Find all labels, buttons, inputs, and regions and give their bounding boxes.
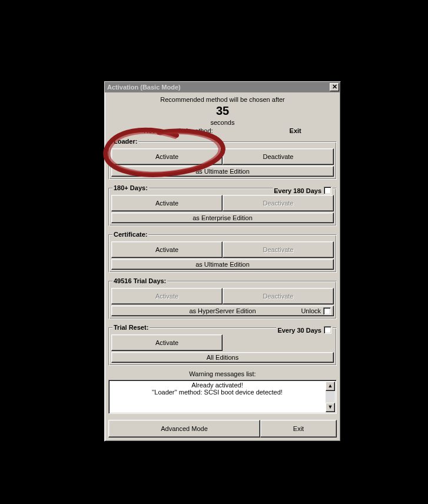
trialdays-unlock-label: Unlock: [301, 306, 321, 316]
days180-legend: 180+ Days:: [112, 184, 149, 191]
recommended-method-label: Recommended method:: [144, 127, 213, 134]
recommended-method-exit: Exit: [290, 127, 301, 134]
activation-window: Activation (Basic Mode) ✕ Recommended me…: [104, 81, 341, 442]
titlebar[interactable]: Activation (Basic Mode) ✕: [105, 82, 340, 92]
certificate-legend: Certificate:: [112, 231, 148, 238]
trialdays-deactivate-button[interactable]: Deactivate: [223, 288, 334, 304]
loader-group: Loader: Activate Deactivate as Ultimate …: [108, 138, 337, 180]
exit-button[interactable]: Exit: [260, 420, 337, 437]
close-icon[interactable]: ✕: [330, 83, 339, 91]
warning-line-2: ''Loader'' method: SCSI boot device dete…: [110, 389, 324, 396]
loader-deactivate-button[interactable]: Deactivate: [223, 148, 334, 165]
certificate-deactivate-button[interactable]: Deactivate: [223, 241, 334, 258]
warning-line-1: Already activated!: [110, 382, 324, 389]
scroll-up-icon[interactable]: ▲: [326, 382, 335, 391]
certificate-status[interactable]: as Ultimate Edition: [111, 259, 334, 270]
client-area: Recommended method will be chosen after …: [105, 92, 340, 441]
recommended-method-row: Recommended method: Exit: [108, 127, 337, 134]
countdown-value: 35: [108, 104, 337, 118]
trialreset-status[interactable]: All Editions: [111, 352, 334, 363]
trialreset-activate-button[interactable]: Activate: [111, 334, 223, 351]
trialdays-group: 49516 Trial Days: Activate Deactivate as…: [108, 277, 337, 319]
days180-status[interactable]: as Enterprise Edition: [111, 213, 334, 223]
trialreset-legend: Trial Reset:: [112, 324, 150, 331]
window-title: Activation (Basic Mode): [107, 84, 330, 91]
trialdays-legend: 49516 Trial Days:: [112, 277, 167, 284]
days180-right: Every 180 Days: [273, 187, 333, 194]
countdown-label: Recommended method will be chosen after: [108, 96, 337, 103]
loader-activate-button[interactable]: Activate: [111, 148, 223, 165]
loader-legend: Loader:: [112, 138, 138, 145]
warnings-label: Warning messages list:: [108, 370, 337, 377]
trialreset-group: Trial Reset: Every 30 Days Activate All …: [108, 324, 337, 366]
scroll-down-icon[interactable]: ▼: [326, 403, 335, 412]
certificate-activate-button[interactable]: Activate: [111, 241, 223, 258]
trialreset-right: Every 30 Days: [276, 326, 333, 334]
warnings-list[interactable]: Already activated! ''Loader'' method: SC…: [108, 380, 337, 414]
certificate-group: Certificate: Activate Deactivate as Ulti…: [108, 231, 337, 273]
loader-status[interactable]: as Ultimate Edition: [111, 166, 334, 177]
countdown-seconds: seconds: [108, 119, 337, 126]
days180-deactivate-button[interactable]: Deactivate: [223, 195, 334, 211]
days180-checkbox[interactable]: [324, 187, 331, 194]
advanced-mode-button[interactable]: Advanced Mode: [108, 420, 260, 437]
trialreset-checkbox[interactable]: [324, 326, 331, 334]
trialdays-status[interactable]: as HyperServer Edition Unlock: [111, 306, 334, 316]
days180-group: 180+ Days: Every 180 Days Activate Deact…: [108, 184, 337, 226]
scrollbar[interactable]: ▲ ▼: [326, 382, 335, 412]
days180-activate-button[interactable]: Activate: [111, 195, 223, 211]
trialdays-unlock-checkbox[interactable]: [323, 307, 331, 315]
trialdays-activate-button[interactable]: Activate: [111, 288, 223, 304]
